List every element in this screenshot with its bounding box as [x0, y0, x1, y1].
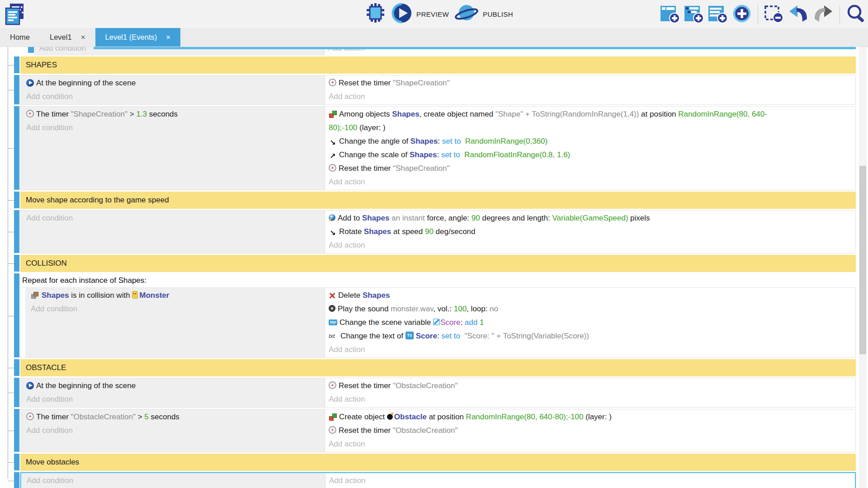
text-segment: Change the scale of: [339, 150, 410, 159]
tab-close-icon[interactable]: ×: [166, 33, 170, 42]
redo-icon[interactable]: [812, 4, 834, 26]
scrollbar-thumb[interactable]: [859, 166, 866, 354]
action-line[interactable]: Reset the timer "ShapeCreation": [329, 76, 855, 90]
comment-text: OBSTACLE: [20, 363, 66, 372]
collision-icon: [31, 292, 39, 299]
text-segment: 90: [472, 214, 480, 222]
add-action-button[interactable]: Add action: [329, 90, 855, 103]
scale-icon: [329, 151, 337, 159]
text-segment: "ShapeCreation": [71, 110, 127, 118]
text-segment: Shapes: [364, 227, 391, 236]
action-line[interactable]: Change the angle of Shapes: set to Rando…: [329, 135, 855, 148]
text-segment: Shapes: [410, 150, 437, 159]
rotate-icon: [329, 228, 337, 235]
add-action-button[interactable]: Add action: [329, 437, 855, 451]
action-line[interactable]: Play the sound monster.wav, vol.: 100, l…: [329, 302, 855, 316]
text-segment: Variable(GameSpeed): [552, 214, 628, 222]
add-comment-icon[interactable]: [708, 4, 728, 26]
gdevelop-window: PREVIEW PUBLISH: [0, 0, 868, 488]
toolbar-center: PREVIEW PUBLISH: [364, 0, 513, 28]
add-sub-event-icon[interactable]: [684, 4, 704, 26]
create-object-icon: [329, 413, 337, 421]
text-segment: monster.wav: [391, 305, 433, 313]
comment-text: Move obstacles: [20, 458, 79, 467]
action-line[interactable]: 80);-100 (layer: ): [329, 121, 855, 135]
text-segment: "ShapeCreation": [393, 79, 449, 87]
toolbar-separator: [840, 5, 840, 24]
action-line[interactable]: Change the text of Score: set to "Score:…: [329, 329, 855, 343]
add-action-button[interactable]: Add action: [329, 474, 855, 488]
condition-line[interactable]: At the beginning of the scene: [26, 379, 325, 393]
actions-cell: Delete ShapesPlay the sound monster.wav,…: [325, 288, 855, 357]
action-line[interactable]: Reset the timer "ObstacleCreation": [329, 424, 855, 437]
add-condition-button[interactable]: Add condition: [31, 302, 325, 316]
comment-event[interactable]: Move obstacles: [0, 454, 856, 471]
action-line[interactable]: Change the scale of Shapes: set to Rando…: [329, 148, 855, 162]
text-segment: Reset the timer: [339, 164, 393, 173]
timer-icon: [26, 110, 34, 117]
text-segment: :: [438, 137, 442, 145]
add-circle-icon[interactable]: [731, 4, 752, 26]
selected-event: Add conditionAdd action: [0, 472, 856, 488]
debugger-icon[interactable]: [364, 3, 386, 25]
comment-event[interactable]: COLLISION: [0, 255, 856, 272]
condition-line[interactable]: At the beginning of the scene: [26, 76, 325, 90]
delete-event-icon[interactable]: [764, 4, 784, 26]
add-condition-button[interactable]: Add condition: [26, 211, 325, 225]
add-condition-button[interactable]: Add condition: [26, 424, 325, 437]
condition-line[interactable]: The timer "ShapeCreation" > 1.3 seconds: [26, 108, 325, 121]
conditions-cell: Add condition: [21, 211, 325, 253]
tab-close-icon[interactable]: ×: [81, 33, 85, 42]
comment-event[interactable]: Move shape according to the game speed: [0, 192, 856, 209]
standard-event: The timer "ObstacleCreation" > 5 seconds…: [0, 409, 856, 452]
action-line[interactable]: Rotate Shapes at speed 90 deg/second: [329, 225, 855, 239]
condition-line[interactable]: The timer "ObstacleCreation" > 5 seconds: [26, 410, 325, 424]
vertical-scrollbar[interactable]: [859, 47, 867, 488]
actions-cell: Add action: [326, 473, 855, 488]
add-action-button[interactable]: Add action: [329, 175, 855, 189]
add-condition-button[interactable]: Add condition: [26, 121, 325, 135]
tab-bar: HomeLevel1×Level1 (Events)×: [0, 28, 868, 47]
text-segment: Shapes: [410, 137, 438, 145]
action-line[interactable]: Change the scene variable Score: add 1: [329, 316, 855, 329]
actions-cell: Among objects Shapes, create object name…: [325, 107, 855, 190]
undo-icon[interactable]: [788, 4, 809, 26]
comment-event[interactable]: OBSTACLE: [0, 359, 856, 376]
text-segment: set to: [441, 150, 462, 159]
action-line[interactable]: Reset the timer "ObstacleCreation": [329, 379, 855, 393]
action-line[interactable]: Add to Shapes an instant force, angle: 9…: [329, 211, 855, 225]
timer-icon: [26, 413, 34, 420]
add-condition-button[interactable]: Add condition: [27, 474, 325, 488]
preview-button[interactable]: PREVIEW: [392, 3, 449, 25]
repeat-event-header[interactable]: Repeat for each instance of Shapes:: [20, 273, 856, 287]
comment-event[interactable]: SHAPES: [0, 56, 856, 74]
text-segment: Play the sound: [338, 305, 391, 313]
add-event-icon[interactable]: [660, 4, 680, 26]
preview-label: PREVIEW: [416, 10, 449, 18]
add-condition-button[interactable]: Add condition: [26, 393, 325, 406]
tab-home[interactable]: Home: [0, 28, 40, 47]
events-sheet: Add conditionAdd actionSHAPESAt the begi…: [0, 47, 868, 488]
event-row: At the beginning of the sceneAdd conditi…: [20, 378, 856, 408]
actions-cell: Create object Obstacle at position Rando…: [325, 409, 855, 452]
text-segment: 1.3: [136, 110, 147, 118]
tab-level1[interactable]: Level1×: [40, 28, 95, 47]
add-action-button[interactable]: Add action: [329, 239, 855, 252]
condition-line[interactable]: Shapes is in collision with Monster: [31, 289, 325, 302]
conditions-cell: The timer "ObstacleCreation" > 5 seconds…: [21, 409, 325, 452]
variable-icon: [329, 319, 337, 325]
add-action-button[interactable]: Add action: [329, 343, 855, 357]
text-segment: , vol.:: [433, 305, 453, 313]
action-line[interactable]: Among objects Shapes, create object name…: [329, 108, 855, 121]
action-line[interactable]: Reset the timer "ShapeCreation": [329, 162, 855, 175]
tab-level1-events[interactable]: Level1 (Events)×: [95, 28, 181, 47]
add-condition-button[interactable]: Add condition: [26, 90, 325, 103]
action-line[interactable]: Create object Obstacle at position Rando…: [329, 410, 855, 424]
action-line[interactable]: Delete Shapes: [329, 289, 855, 302]
conditions-cell: Add condition: [21, 473, 326, 488]
app-logo-icon[interactable]: [5, 3, 25, 28]
search-icon[interactable]: [845, 4, 866, 26]
text-segment: At the beginning of the scene: [36, 381, 136, 390]
add-action-button[interactable]: Add action: [329, 393, 855, 406]
publish-button[interactable]: PUBLISH: [454, 3, 513, 25]
